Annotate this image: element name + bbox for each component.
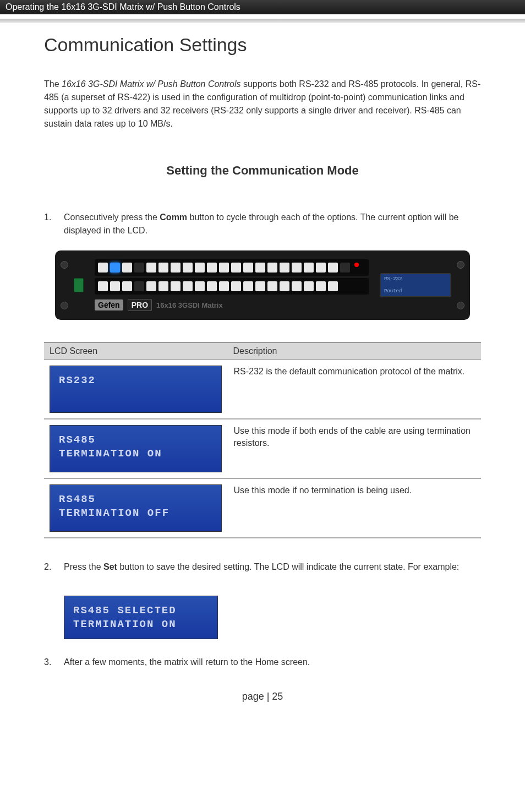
- right-screws: [457, 261, 464, 309]
- panel-button: [292, 281, 302, 291]
- table-row: RS485TERMINATION OFF Use this mode if no…: [44, 479, 481, 538]
- panel-button: [219, 263, 229, 273]
- device-lcd: RS-232 Routed: [380, 273, 451, 297]
- step-3: 3. After a few moments, the matrix will …: [44, 656, 481, 669]
- panel-button: [146, 281, 156, 291]
- panel-button: [98, 263, 108, 273]
- panel-button: [231, 281, 241, 291]
- table-row: RS232 RS-232 is the default communicatio…: [44, 360, 481, 419]
- table-header-lcd: LCD Screen: [44, 343, 227, 359]
- table-cell-lcd: RS485TERMINATION ON: [44, 419, 227, 478]
- panel-button: [231, 263, 241, 273]
- step-2-bold: Set: [103, 562, 117, 571]
- panel-button: [183, 263, 193, 273]
- screw-icon: [61, 302, 68, 309]
- panel-button: [146, 263, 156, 273]
- panel-button: [158, 281, 168, 291]
- panel-button: [304, 281, 314, 291]
- button-row-bottom: [95, 278, 369, 295]
- panel-button: [171, 263, 181, 273]
- power-section: [74, 278, 84, 292]
- lcd-example: RS485 SELECTEDTERMINATION ON: [64, 596, 218, 639]
- brand-sub: 16x16 3GSDI Matrix: [156, 301, 223, 309]
- panel-button: [267, 263, 277, 273]
- panel-button: [292, 263, 302, 273]
- panel-button: [304, 263, 314, 273]
- brand-gefen: Gefen: [95, 299, 123, 310]
- panel-button: [316, 263, 326, 273]
- panel-button: [243, 263, 253, 273]
- page-content: Communication Settings The 16x16 3G-SDI …: [0, 34, 525, 724]
- screw-icon: [457, 261, 464, 269]
- brand-pro: PRO: [128, 299, 152, 311]
- intro-prefix: The: [44, 79, 62, 89]
- lcd-screen: RS485TERMINATION OFF: [50, 484, 222, 532]
- gradient-strip: [0, 19, 525, 23]
- panel-button-dark: [134, 281, 144, 291]
- step-2-post: button to save the desired setting. The …: [117, 562, 459, 571]
- step-2-text: Press the Set button to save the desired…: [64, 560, 481, 574]
- panel-button: [219, 281, 229, 291]
- step-3-text: After a few moments, the matrix will ret…: [64, 656, 481, 669]
- red-led-icon: [354, 263, 359, 267]
- modes-table: LCD Screen Description RS232 RS-232 is t…: [44, 342, 481, 538]
- intro-paragraph: The 16x16 3G-SDI Matrix w/ Push Button C…: [44, 78, 481, 130]
- table-header: LCD Screen Description: [44, 342, 481, 360]
- screw-icon: [457, 302, 464, 309]
- panel-button: [158, 263, 168, 273]
- panel-button: [280, 281, 289, 291]
- panel-button: [328, 281, 338, 291]
- table-cell-desc: Use this mode if both ends of the cable …: [227, 419, 481, 478]
- panel-button: [183, 281, 193, 291]
- panel-button: [316, 281, 326, 291]
- lcd-screen: RS485TERMINATION ON: [50, 425, 222, 472]
- panel-button-dark: [340, 263, 350, 273]
- panel-button: [255, 281, 265, 291]
- device-panel: GefenPRO 16x16 3GSDI Matrix RS-232 Route…: [74, 259, 451, 311]
- button-row-top: [95, 259, 369, 276]
- panel-button-lit: [110, 263, 120, 273]
- panel-button: [207, 281, 217, 291]
- device-lcd-bottom: Routed: [384, 288, 447, 294]
- device-lcd-top: RS-232: [384, 276, 447, 282]
- table-cell-desc: Use this mode if no termination is being…: [227, 479, 481, 537]
- panel-button: [267, 281, 277, 291]
- table-row: RS485TERMINATION ON Use this mode if bot…: [44, 419, 481, 479]
- table-cell-lcd: RS485TERMINATION OFF: [44, 479, 227, 537]
- screw-icon: [61, 261, 68, 269]
- panel-button: [122, 263, 132, 273]
- step-1-text: Consecutively press the Comm button to c…: [64, 211, 481, 237]
- panel-button: [171, 281, 181, 291]
- table-cell-desc: RS-232 is the default communication prot…: [227, 360, 481, 418]
- left-screws: [61, 261, 68, 309]
- device-illustration: GefenPRO 16x16 3GSDI Matrix RS-232 Route…: [55, 250, 470, 320]
- step-1-pre: Consecutively press the: [64, 212, 160, 222]
- lcd-screen: RS232: [50, 366, 222, 413]
- intro-italic: 16x16 3G-SDI Matrix w/ Push Button Contr…: [62, 79, 240, 89]
- panel-button: [255, 263, 265, 273]
- panel-button: [207, 263, 217, 273]
- panel-button: [195, 263, 205, 273]
- brand-row: GefenPRO 16x16 3GSDI Matrix: [95, 299, 369, 311]
- panel-button: [98, 281, 108, 291]
- header-banner: Operating the 16x16 3G-SDI Matrix w/ Pus…: [0, 0, 525, 14]
- panel-button: [243, 281, 253, 291]
- step-2-number: 2.: [44, 560, 64, 574]
- subheading: Setting the Communication Mode: [44, 164, 481, 178]
- step-2: 2. Press the Set button to save the desi…: [44, 560, 481, 574]
- table-header-desc: Description: [227, 343, 481, 359]
- panel-button: [280, 263, 289, 273]
- power-button-icon: [74, 278, 84, 292]
- panel-button: [122, 281, 132, 291]
- page-footer: page | 25: [44, 691, 481, 702]
- panel-button: [110, 281, 120, 291]
- page-title: Communication Settings: [44, 34, 481, 56]
- step-1: 1. Consecutively press the Comm button t…: [44, 211, 481, 237]
- step-3-number: 3.: [44, 656, 64, 669]
- step-1-number: 1.: [44, 211, 64, 237]
- panel-button-dark: [134, 263, 144, 273]
- step-1-bold: Comm: [160, 212, 187, 222]
- button-area: GefenPRO 16x16 3GSDI Matrix: [95, 259, 369, 311]
- panel-button: [328, 263, 338, 273]
- table-cell-lcd: RS232: [44, 360, 227, 418]
